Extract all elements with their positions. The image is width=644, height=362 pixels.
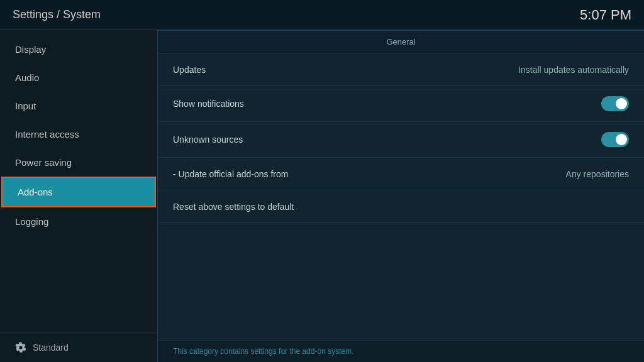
- sidebar-item-label: Add-ons: [18, 187, 53, 197]
- setting-row-unknown-sources[interactable]: Unknown sources: [158, 122, 644, 158]
- sidebar-item-power-saving[interactable]: Power saving: [0, 148, 157, 177]
- setting-label-show-notifications: Show notifications: [173, 99, 244, 109]
- setting-label-unknown-sources: Unknown sources: [173, 134, 243, 145]
- standard-label: Standard: [33, 343, 69, 353]
- sidebar-item-label: Logging: [15, 216, 48, 227]
- sidebar-item-add-ons[interactable]: Add-ons: [1, 177, 156, 207]
- sidebar-item-internet-access[interactable]: Internet access: [0, 120, 157, 148]
- setting-row-update-addons-from[interactable]: - Update official add-ons from Any repos…: [158, 158, 644, 190]
- sidebar-item-label: Display: [15, 44, 46, 55]
- setting-label-update-addons-from: - Update official add-ons from: [173, 169, 288, 179]
- sidebar-item-audio[interactable]: Audio: [0, 63, 157, 92]
- sidebar-item-label: Input: [15, 101, 36, 111]
- sidebar-item-logging[interactable]: Logging: [0, 207, 157, 236]
- content-footer: This category contains settings for the …: [158, 340, 644, 362]
- setting-label-reset-settings: Reset above settings to default: [173, 202, 294, 212]
- content-area: General Updates Install updates automati…: [157, 30, 644, 362]
- setting-value-update-addons-from: Any repositories: [566, 169, 629, 179]
- main-layout: Display Audio Input Internet access Powe…: [0, 30, 644, 362]
- setting-label-updates: Updates: [173, 65, 206, 75]
- header: Settings / System 5:07 PM: [0, 0, 644, 30]
- sidebar-item-label: Internet access: [15, 129, 79, 140]
- content-inner: General Updates Install updates automati…: [158, 30, 644, 340]
- page-title: Settings / System: [13, 8, 101, 21]
- setting-row-reset-settings[interactable]: Reset above settings to default: [158, 190, 644, 223]
- sidebar-item-label: Audio: [15, 72, 39, 83]
- setting-row-show-notifications[interactable]: Show notifications: [158, 86, 644, 122]
- section-header: General: [158, 30, 644, 53]
- gear-icon: [15, 342, 26, 353]
- setting-value-updates: Install updates automatically: [518, 65, 629, 75]
- setting-row-updates[interactable]: Updates Install updates automatically: [158, 53, 644, 86]
- sidebar: Display Audio Input Internet access Powe…: [0, 30, 157, 362]
- toggle-show-notifications[interactable]: [601, 96, 629, 111]
- sidebar-item-display[interactable]: Display: [0, 35, 157, 63]
- toggle-unknown-sources[interactable]: [601, 132, 629, 147]
- sidebar-footer: Standard: [0, 332, 157, 362]
- clock: 5:07 PM: [580, 7, 631, 23]
- sidebar-item-label: Power saving: [15, 157, 72, 168]
- sidebar-item-input[interactable]: Input: [0, 92, 157, 120]
